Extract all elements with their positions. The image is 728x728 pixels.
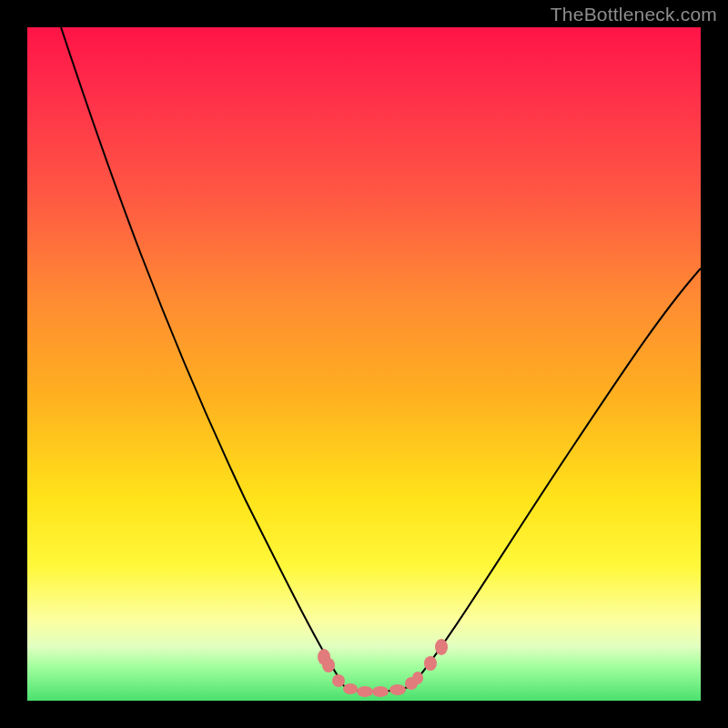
valley-marker bbox=[435, 639, 448, 655]
plot-area bbox=[27, 27, 701, 701]
curve-svg bbox=[27, 27, 701, 701]
valley-marker bbox=[424, 656, 437, 671]
watermark-text: TheBottleneck.com bbox=[551, 4, 717, 25]
valley-marker bbox=[357, 686, 373, 697]
valley-marker bbox=[389, 684, 406, 695]
curve-right-branch bbox=[411, 268, 701, 686]
valley-marker bbox=[332, 674, 345, 687]
valley-marker bbox=[322, 658, 335, 672]
curve-left-branch bbox=[61, 27, 344, 686]
outer-frame: TheBottleneck.com bbox=[0, 0, 728, 728]
valley-marker bbox=[372, 686, 389, 697]
valley-marker bbox=[412, 672, 423, 684]
valley-marker bbox=[343, 683, 358, 694]
